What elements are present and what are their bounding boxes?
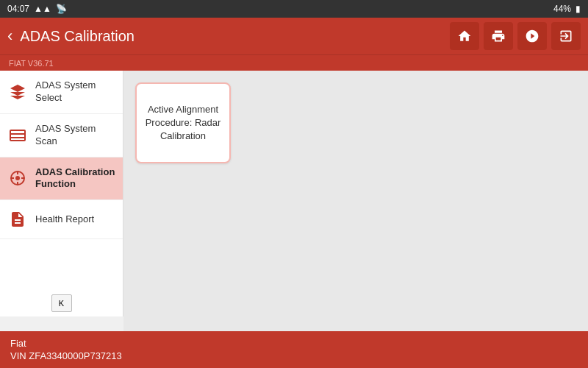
system-select-icon xyxy=(9,83,26,101)
title-bar: ‹ ADAS Calibration xyxy=(0,18,588,54)
collapse-label: K xyxy=(59,299,64,308)
battery-display: 44% xyxy=(553,4,571,14)
adas-button[interactable] xyxy=(517,22,547,50)
print-button[interactable] xyxy=(484,22,513,50)
adas-system-scan-icon-box xyxy=(7,125,28,146)
sidebar-spacer xyxy=(0,239,123,290)
footer-info: Fiat VIN ZFA3340000P737213 xyxy=(10,338,122,361)
status-bar: 04:07 ▲▲ 📡 44% ▮ xyxy=(0,0,588,18)
sidebar-item-adas-system-scan[interactable]: ADAS System Scan xyxy=(0,114,123,158)
signal-icon: 📡 xyxy=(56,4,67,14)
print-icon xyxy=(491,29,506,43)
health-report-icon-box xyxy=(7,209,28,230)
back-button[interactable]: ‹ xyxy=(7,28,12,44)
content-area: Active Alignment Procedure: Radar Calibr… xyxy=(123,71,588,368)
footer-bar: Fiat VIN ZFA3340000P737213 xyxy=(0,331,588,368)
sidebar-item-adas-calibration-function[interactable]: ADAS Calibration Function xyxy=(0,158,123,201)
title-bar-left: ‹ ADAS Calibration xyxy=(7,28,135,45)
sidebar-item-adas-system-select-label: ADAS System Select xyxy=(35,79,115,105)
sidebar-item-adas-calibration-function-label: ADAS Calibration Function xyxy=(35,166,115,191)
main-content: ADAS System Select ADAS System Scan xyxy=(0,71,588,368)
sidebar-item-adas-system-select[interactable]: ADAS System Select xyxy=(0,71,123,114)
footer-vin: VIN ZFA3340000P737213 xyxy=(10,350,122,361)
sidebar-item-adas-system-scan-label: ADAS System Scan xyxy=(35,123,115,148)
active-alignment-card[interactable]: Active Alignment Procedure: Radar Calibr… xyxy=(135,82,231,163)
page-title: ADAS Calibration xyxy=(20,28,135,45)
exit-button[interactable] xyxy=(551,22,581,50)
collapse-button[interactable]: K xyxy=(51,294,72,312)
adas-icon xyxy=(525,29,539,43)
sidebar-item-health-report-label: Health Report xyxy=(35,213,94,226)
status-left: 04:07 ▲▲ 📡 xyxy=(7,4,67,14)
version-label: FIAT V36.71 xyxy=(9,59,54,68)
wifi-icon: ▲▲ xyxy=(34,4,51,14)
system-scan-icon xyxy=(9,127,26,144)
adas-system-select-icon-box xyxy=(7,82,28,102)
svg-rect-0 xyxy=(10,130,25,141)
adas-calibration-icon-box xyxy=(7,168,28,188)
exit-icon xyxy=(559,29,573,43)
footer-make: Fiat xyxy=(10,338,122,349)
sidebar: ADAS System Select ADAS System Scan xyxy=(0,71,123,316)
collapse-btn-container: K xyxy=(0,290,123,316)
version-bar: FIAT V36.71 xyxy=(0,54,588,71)
home-button[interactable] xyxy=(450,22,479,50)
battery-icon: ▮ xyxy=(576,4,581,14)
status-right: 44% ▮ xyxy=(553,4,581,14)
active-alignment-label: Active Alignment Procedure: Radar Calibr… xyxy=(144,103,222,144)
title-bar-right xyxy=(450,22,581,50)
sidebar-item-health-report[interactable]: Health Report xyxy=(0,200,123,239)
time-display: 04:07 xyxy=(7,4,29,14)
svg-point-4 xyxy=(15,176,20,180)
home-icon xyxy=(457,29,472,43)
health-report-icon xyxy=(9,210,26,228)
calibration-icon xyxy=(9,169,26,187)
